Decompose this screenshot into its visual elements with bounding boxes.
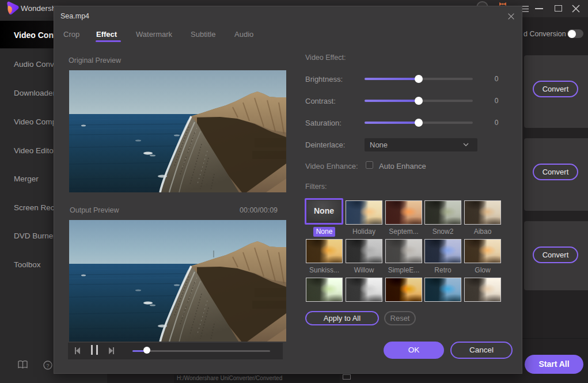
svg-text:?: ? (46, 363, 49, 369)
